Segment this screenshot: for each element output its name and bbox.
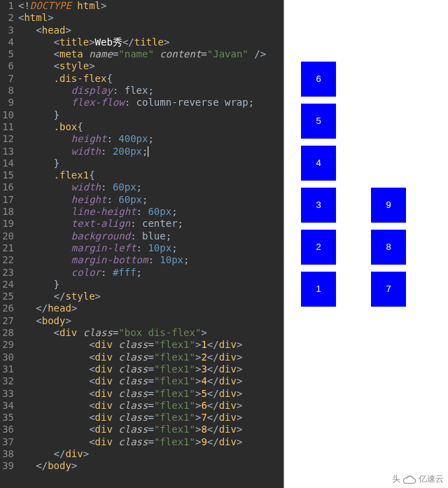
code-line[interactable]: width: 200px; <box>18 146 284 158</box>
code-line[interactable]: </style> <box>18 291 284 302</box>
code-line[interactable]: flex-flow: column-reverse wrap; <box>18 97 284 109</box>
code-line[interactable]: .dis-flex{ <box>18 73 284 85</box>
code-line[interactable]: <meta name="name" content="Javan" /> <box>18 48 284 60</box>
line-number: 31 <box>0 363 14 375</box>
line-number: 11 <box>0 121 14 133</box>
code-editor[interactable]: 1234567891011121314151617181920212223242… <box>0 0 284 488</box>
line-number: 4 <box>0 36 14 48</box>
code-line[interactable]: } <box>18 158 284 169</box>
code-area[interactable]: <!DOCTYPE html><html> <head> <title>Web秀… <box>18 0 284 488</box>
flex-item: 2 <box>301 230 336 265</box>
code-line[interactable]: .box{ <box>18 121 284 133</box>
line-number: 32 <box>0 375 14 387</box>
line-number: 33 <box>0 388 14 400</box>
code-line[interactable]: height: 60px; <box>18 194 284 206</box>
code-line[interactable]: <div class="flex1">1</div> <box>18 339 284 351</box>
flex-item: 7 <box>371 272 406 307</box>
code-line[interactable]: <body> <box>18 315 284 327</box>
line-number: 2 <box>0 12 14 24</box>
watermark-brand: 亿速云 <box>419 473 444 485</box>
code-line[interactable]: <div class="flex1">2</div> <box>18 351 284 363</box>
line-number: 29 <box>0 339 14 351</box>
watermark: 头 亿速云 <box>392 473 444 485</box>
line-number: 23 <box>0 267 14 279</box>
code-line[interactable]: background: blue; <box>18 230 284 242</box>
cloud-icon <box>403 475 416 484</box>
line-number: 13 <box>0 146 14 158</box>
code-line[interactable]: <div class="flex1">4</div> <box>18 375 284 387</box>
code-line[interactable]: .flex1{ <box>18 169 284 181</box>
flex-item: 3 <box>301 188 336 223</box>
line-number: 21 <box>0 242 14 254</box>
flex-container: 123456789 <box>294 34 434 314</box>
watermark-text: 头 <box>392 473 400 485</box>
code-line[interactable]: <style> <box>18 60 284 72</box>
line-number: 34 <box>0 400 14 412</box>
line-number: 9 <box>0 97 14 109</box>
code-line[interactable]: </head> <box>18 302 284 314</box>
flex-item: 4 <box>301 146 336 181</box>
flex-item: 5 <box>301 104 336 139</box>
code-line[interactable]: <div class="box dis-flex"> <box>18 327 284 339</box>
code-line[interactable]: <div class="flex1">9</div> <box>18 436 284 448</box>
code-line[interactable]: <div class="flex1">6</div> <box>18 400 284 412</box>
line-number: 12 <box>0 133 14 145</box>
code-line[interactable]: } <box>18 109 284 121</box>
code-line[interactable]: <div class="flex1">8</div> <box>18 424 284 435</box>
flex-item: 6 <box>301 62 336 97</box>
preview-pane: 123456789 <box>284 0 448 488</box>
line-number: 25 <box>0 291 14 302</box>
code-line[interactable]: <head> <box>18 25 284 36</box>
line-number: 14 <box>0 158 14 169</box>
line-number: 26 <box>0 302 14 314</box>
line-number: 27 <box>0 315 14 327</box>
line-number: 18 <box>0 206 14 218</box>
line-number: 8 <box>0 85 14 97</box>
code-line[interactable]: height: 400px; <box>18 133 284 145</box>
line-number: 38 <box>0 448 14 460</box>
line-number: 35 <box>0 412 14 424</box>
code-line[interactable]: <!DOCTYPE html> <box>18 0 284 12</box>
line-number: 39 <box>0 460 14 472</box>
line-number: 28 <box>0 327 14 339</box>
line-number: 17 <box>0 194 14 206</box>
text-cursor <box>148 146 148 157</box>
line-number: 15 <box>0 169 14 181</box>
line-number: 22 <box>0 254 14 266</box>
code-line[interactable]: <html> <box>18 12 284 24</box>
code-line[interactable]: </body> <box>18 460 284 472</box>
flex-item: 8 <box>371 230 406 265</box>
code-line[interactable]: </div> <box>18 448 284 460</box>
code-line[interactable]: line-height: 60px; <box>18 206 284 218</box>
code-line[interactable]: width: 60px; <box>18 181 284 193</box>
code-line[interactable]: display: flex; <box>18 85 284 97</box>
line-number: 30 <box>0 351 14 363</box>
code-line[interactable]: color: #fff; <box>18 267 284 279</box>
line-number: 36 <box>0 424 14 435</box>
code-line[interactable]: text-align: center; <box>18 218 284 230</box>
flex-item: 9 <box>371 188 406 223</box>
code-line[interactable]: <div class="flex1">7</div> <box>18 412 284 424</box>
code-line[interactable]: <div class="flex1">5</div> <box>18 388 284 400</box>
code-line[interactable]: margin-bottom: 10px; <box>18 254 284 266</box>
line-gutter: 1234567891011121314151617181920212223242… <box>0 0 18 488</box>
code-line[interactable]: } <box>18 279 284 291</box>
line-number: 7 <box>0 73 14 85</box>
code-line[interactable]: margin-left: 10px; <box>18 242 284 254</box>
line-number: 10 <box>0 109 14 121</box>
line-number: 5 <box>0 48 14 60</box>
line-number: 20 <box>0 230 14 242</box>
line-number: 6 <box>0 60 14 72</box>
code-line[interactable]: <div class="flex1">3</div> <box>18 363 284 375</box>
line-number: 16 <box>0 181 14 193</box>
code-line[interactable]: <title>Web秀</title> <box>18 36 284 48</box>
line-number: 1 <box>0 0 14 12</box>
line-number: 3 <box>0 25 14 36</box>
line-number: 24 <box>0 279 14 291</box>
line-number: 37 <box>0 436 14 448</box>
line-number: 19 <box>0 218 14 230</box>
flex-item: 1 <box>301 272 336 307</box>
